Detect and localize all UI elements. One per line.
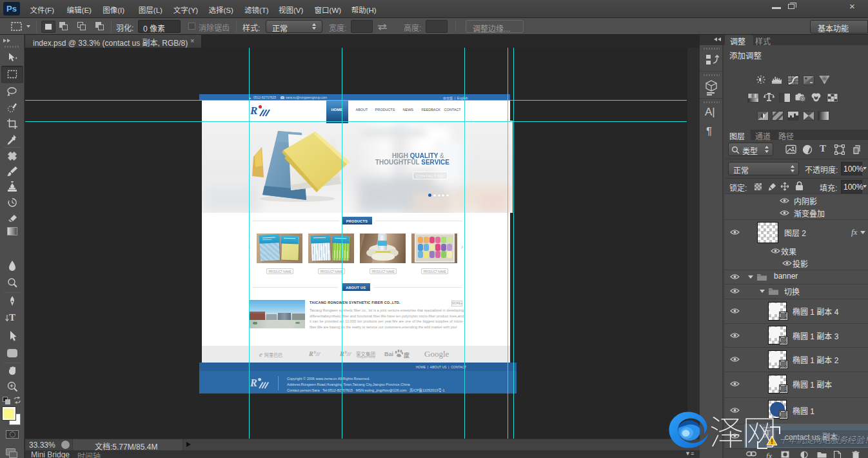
svg-text:R: R — [250, 105, 257, 117]
svg-text:R: R — [250, 377, 257, 388]
